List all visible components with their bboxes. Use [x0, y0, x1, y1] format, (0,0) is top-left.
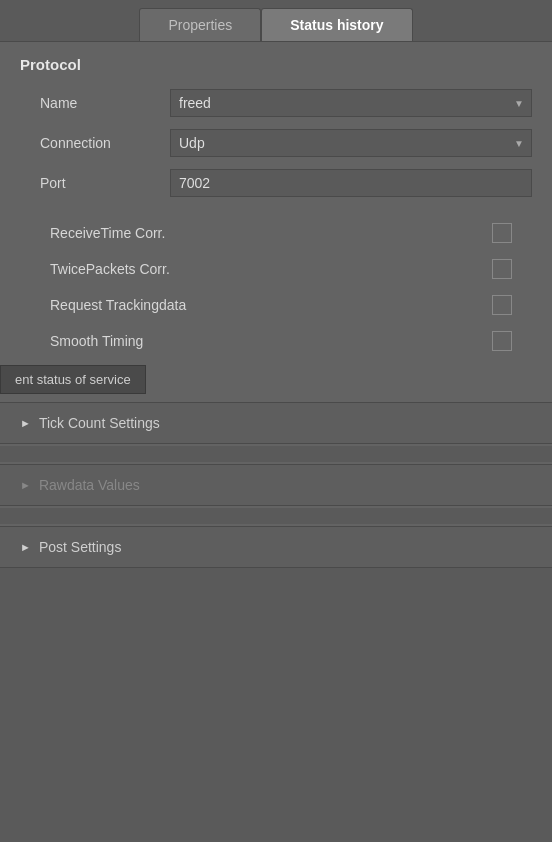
smooth-timing-row: Smooth Timing	[0, 323, 552, 359]
name-label: Name	[40, 95, 170, 111]
rawdata-values-section: ► Rawdata Values	[0, 464, 552, 506]
port-field-row: Port	[0, 163, 552, 203]
receive-time-corr-label: ReceiveTime Corr.	[50, 225, 492, 241]
connection-input[interactable]	[170, 129, 532, 157]
tick-count-settings-section: ► Tick Count Settings	[0, 402, 552, 444]
request-trackingdata-checkbox[interactable]	[492, 295, 512, 315]
tab-bar: Properties Status history	[0, 0, 552, 42]
tick-count-settings-triangle: ►	[20, 417, 31, 429]
post-settings-section: ► Post Settings	[0, 526, 552, 568]
port-input[interactable]	[170, 169, 532, 197]
twice-packets-corr-label: TwicePackets Corr.	[50, 261, 492, 277]
smooth-timing-label: Smooth Timing	[50, 333, 492, 349]
name-field-row: Name ▼	[0, 83, 552, 123]
connection-field-row: Connection ▼	[0, 123, 552, 163]
twice-packets-corr-row: TwicePackets Corr.	[0, 251, 552, 287]
port-label: Port	[40, 175, 170, 191]
request-trackingdata-row: Request Trackingdata	[0, 287, 552, 323]
tab-properties[interactable]: Properties	[139, 8, 261, 41]
post-settings-triangle: ►	[20, 541, 31, 553]
receive-time-corr-checkbox[interactable]	[492, 223, 512, 243]
status-tooltip: ent status of service	[0, 365, 146, 394]
rawdata-values-label: Rawdata Values	[39, 477, 140, 493]
post-settings-label: Post Settings	[39, 539, 122, 555]
smooth-timing-checkbox[interactable]	[492, 331, 512, 351]
tab-status-history[interactable]: Status history	[261, 8, 412, 41]
rawdata-values-header[interactable]: ► Rawdata Values	[0, 465, 552, 505]
request-trackingdata-label: Request Trackingdata	[50, 297, 492, 313]
receive-time-corr-row: ReceiveTime Corr.	[0, 215, 552, 251]
tick-count-settings-header[interactable]: ► Tick Count Settings	[0, 403, 552, 443]
connection-label: Connection	[40, 135, 170, 151]
twice-packets-corr-checkbox[interactable]	[492, 259, 512, 279]
protocol-section-title: Protocol	[0, 42, 552, 83]
tick-count-settings-label: Tick Count Settings	[39, 415, 160, 431]
rawdata-values-triangle: ►	[20, 479, 31, 491]
post-settings-header[interactable]: ► Post Settings	[0, 527, 552, 567]
name-input[interactable]	[170, 89, 532, 117]
main-content: Protocol Name ▼ Connection ▼ Port Receiv…	[0, 42, 552, 568]
